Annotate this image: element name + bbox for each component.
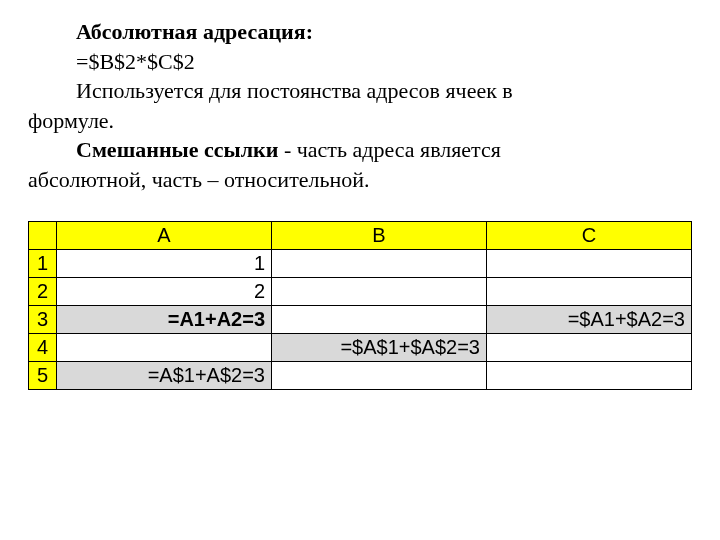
cell-c5 [487, 362, 692, 390]
table-row: 2 2 [29, 278, 692, 306]
cell-b3 [272, 306, 487, 334]
corner-cell [29, 222, 57, 250]
cell-c4 [487, 334, 692, 362]
cell-a3: =A1+A2=3 [57, 306, 272, 334]
table-row: 5 =A$1+A$2=3 [29, 362, 692, 390]
row-header-3: 3 [29, 306, 57, 334]
paragraph-line: формуле. [28, 107, 692, 135]
cell-a2: 2 [57, 278, 272, 306]
table-row: 1 1 [29, 250, 692, 278]
row-header-5: 5 [29, 362, 57, 390]
table-row: 4 =$A$1+$A$2=3 [29, 334, 692, 362]
cell-b5 [272, 362, 487, 390]
cell-c1 [487, 250, 692, 278]
row-header-2: 2 [29, 278, 57, 306]
paragraph-text: - часть адреса является [278, 137, 500, 162]
row-header-1: 1 [29, 250, 57, 278]
col-header-c: C [487, 222, 692, 250]
spreadsheet-table: A B C 1 1 2 2 3 =A1+A2=3 =$A1+$A2=3 4 =$… [28, 221, 692, 390]
cell-a5: =A$1+A$2=3 [57, 362, 272, 390]
paragraph-line: абсолютной, часть – относительной. [28, 166, 692, 194]
table-row: 3 =A1+A2=3 =$A1+$A2=3 [29, 306, 692, 334]
cell-b4: =$A$1+$A$2=3 [272, 334, 487, 362]
cell-a4 [57, 334, 272, 362]
paragraph-line: Используется для постоянства адресов яче… [28, 77, 692, 105]
formula-example: =$B$2*$C$2 [28, 48, 692, 76]
heading-absolute-addressing: Абсолютная адресация: [28, 18, 692, 46]
cell-c3: =$A1+$A2=3 [487, 306, 692, 334]
col-header-b: B [272, 222, 487, 250]
cell-b1 [272, 250, 487, 278]
cell-c2 [487, 278, 692, 306]
header-row: A B C [29, 222, 692, 250]
col-header-a: A [57, 222, 272, 250]
row-header-4: 4 [29, 334, 57, 362]
mixed-refs-term: Смешанные ссылки [76, 137, 278, 162]
paragraph-line: Смешанные ссылки - часть адреса является [28, 136, 692, 164]
cell-a1: 1 [57, 250, 272, 278]
cell-b2 [272, 278, 487, 306]
